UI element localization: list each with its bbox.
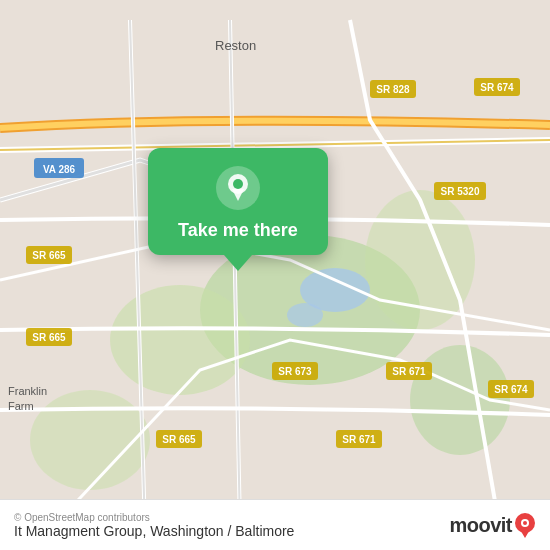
- svg-text:SR 674: SR 674: [494, 384, 528, 395]
- svg-text:Reston: Reston: [215, 38, 256, 53]
- svg-text:SR 673: SR 673: [278, 366, 312, 377]
- map-svg: VA 286 SR 828 SR 674 SR 5320 SR 665 SR 6…: [0, 0, 550, 550]
- popup-label: Take me there: [178, 220, 298, 241]
- attribution: © OpenStreetMap contributors: [14, 512, 294, 523]
- svg-marker-38: [519, 528, 531, 538]
- location-pin-icon: [225, 173, 251, 203]
- location-icon-circle: [216, 166, 260, 210]
- moovit-pin-icon: [514, 510, 536, 540]
- moovit-text: moovit: [449, 514, 512, 537]
- location-title: It Managment Group, Washington / Baltimo…: [14, 523, 294, 539]
- svg-text:SR 674: SR 674: [480, 82, 514, 93]
- svg-text:Franklin: Franklin: [8, 385, 47, 397]
- svg-text:SR 828: SR 828: [376, 84, 410, 95]
- svg-text:SR 671: SR 671: [342, 434, 376, 445]
- svg-text:SR 5320: SR 5320: [441, 186, 480, 197]
- svg-point-35: [233, 179, 243, 189]
- svg-text:SR 671: SR 671: [392, 366, 426, 377]
- svg-point-4: [30, 390, 150, 490]
- bottom-left: © OpenStreetMap contributors It Managmen…: [14, 512, 294, 539]
- svg-point-2: [365, 190, 475, 330]
- popup-container[interactable]: Take me there: [148, 148, 328, 271]
- svg-text:SR 665: SR 665: [32, 332, 66, 343]
- svg-text:SR 665: SR 665: [162, 434, 196, 445]
- svg-text:Farm: Farm: [8, 400, 34, 412]
- take-me-there-button[interactable]: Take me there: [148, 148, 328, 255]
- svg-point-40: [523, 521, 527, 525]
- svg-marker-36: [232, 189, 244, 201]
- svg-text:SR 665: SR 665: [32, 250, 66, 261]
- map-container: VA 286 SR 828 SR 674 SR 5320 SR 665 SR 6…: [0, 0, 550, 550]
- bottom-bar: © OpenStreetMap contributors It Managmen…: [0, 499, 550, 550]
- moovit-logo: moovit: [449, 510, 536, 540]
- svg-point-1: [110, 285, 250, 395]
- svg-point-6: [287, 303, 323, 327]
- svg-text:VA 286: VA 286: [43, 164, 76, 175]
- popup-arrow: [224, 255, 252, 271]
